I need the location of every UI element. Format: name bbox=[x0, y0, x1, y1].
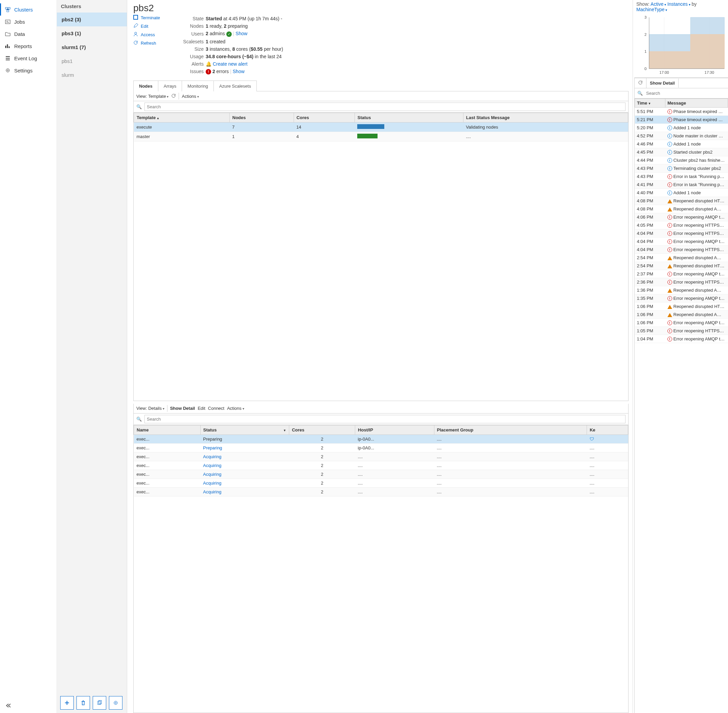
nav-item-clusters[interactable]: Clusters bbox=[0, 3, 57, 16]
templates-col-header[interactable]: Nodes bbox=[229, 113, 294, 122]
show-detail-button[interactable]: Show Detail bbox=[170, 406, 195, 411]
event-row[interactable]: 1:04 PM!Error reopening AMQP tun bbox=[635, 335, 728, 343]
event-row[interactable]: 4:44 PMiCluster pbs2 has finished te bbox=[635, 156, 728, 164]
info-icon: i bbox=[667, 134, 672, 139]
event-row[interactable]: 4:43 PM!Error in task "Running phas bbox=[635, 173, 728, 181]
templates-col-header[interactable]: Last Status Message bbox=[463, 113, 628, 122]
event-row[interactable]: 4:40 PMiAdded 1 node bbox=[635, 189, 728, 197]
users-show-link[interactable]: Show bbox=[235, 31, 247, 36]
show-machinetype-dropdown[interactable]: MachineType bbox=[636, 7, 667, 12]
error-badge-icon: ! bbox=[206, 69, 211, 75]
event-row[interactable]: 5:51 PM!Phase timeout expired whi bbox=[635, 107, 728, 116]
node-row[interactable]: exec...Acquiring2............ bbox=[134, 470, 628, 479]
event-row[interactable]: 4:04 PM!Error reopening HTTPS tun bbox=[635, 230, 728, 237]
node-row[interactable]: exec...Acquiring2............ bbox=[134, 461, 628, 470]
tab-arrays[interactable]: Arrays bbox=[158, 81, 182, 91]
node-row[interactable]: exec...Preparing2ip-0A0.......🛡 bbox=[134, 434, 628, 443]
nav-item-data[interactable]: Data bbox=[0, 28, 57, 40]
event-row[interactable]: 1:06 PMReopened disrupted HTTPS bbox=[635, 303, 728, 311]
refresh-events-button[interactable] bbox=[635, 78, 646, 88]
event-row[interactable]: 4:06 PM!Error reopening AMQP tun bbox=[635, 213, 728, 221]
events-time-header[interactable]: Time bbox=[635, 99, 665, 107]
add-cluster-button[interactable] bbox=[60, 696, 74, 710]
nav-item-settings[interactable]: Settings bbox=[0, 64, 57, 76]
templates-actions-dropdown[interactable]: Actions bbox=[182, 94, 199, 99]
event-row[interactable]: 4:43 PMiTerminating cluster pbs2 bbox=[635, 164, 728, 173]
events-show-detail-button[interactable]: Show Detail bbox=[646, 79, 679, 88]
event-row[interactable]: 4:05 PM!Error reopening HTTPS tun bbox=[635, 221, 728, 230]
event-row[interactable]: 4:46 PMiAdded 1 node bbox=[635, 140, 728, 148]
view-details-dropdown[interactable]: View: Details bbox=[136, 406, 164, 411]
template-row[interactable]: execute714Validating nodes bbox=[134, 122, 628, 132]
template-row[interactable]: master14.... bbox=[134, 132, 628, 142]
event-row[interactable]: 1:35 PM!Error reopening AMQP tun bbox=[635, 294, 728, 303]
event-row[interactable]: 2:54 PMReopened disrupted HTTPS bbox=[635, 262, 728, 270]
event-row[interactable]: 1:05 PM!Error reopening HTTPS tun bbox=[635, 327, 728, 335]
event-row[interactable]: 4:04 PM!Error reopening AMQP tun bbox=[635, 237, 728, 246]
cluster-item[interactable]: slurm bbox=[57, 68, 127, 82]
terminate-action[interactable]: Terminate bbox=[133, 15, 174, 21]
edit-action[interactable]: Edit bbox=[133, 23, 174, 29]
details-col-header[interactable]: Host/IP bbox=[355, 425, 434, 434]
event-row[interactable]: 1:06 PMReopened disrupted AMQF bbox=[635, 311, 728, 319]
details-col-header[interactable]: Placement Group bbox=[434, 425, 587, 434]
refresh-templates-button[interactable] bbox=[171, 93, 176, 99]
details-edit-button[interactable]: Edit bbox=[198, 406, 205, 411]
details-search-input[interactable] bbox=[144, 415, 625, 423]
bell-icon: 🔔 bbox=[206, 61, 211, 67]
event-row[interactable]: 2:36 PM!Error reopening HTTPS tun bbox=[635, 278, 728, 286]
show-active-dropdown[interactable]: Active bbox=[651, 1, 666, 7]
tab-nodes[interactable]: Nodes bbox=[133, 81, 158, 91]
event-row[interactable]: 5:21 PM!Phase timeout expired whi bbox=[635, 116, 728, 124]
cluster-item[interactable]: pbs1 bbox=[57, 54, 127, 68]
nav-item-event-log[interactable]: Event Log bbox=[0, 52, 57, 64]
list-icon bbox=[5, 55, 11, 61]
issues-show-link[interactable]: Show bbox=[233, 69, 244, 74]
pencil-icon bbox=[133, 23, 138, 29]
node-row[interactable]: exec...Acquiring2............ bbox=[134, 487, 628, 496]
details-col-header[interactable]: Status bbox=[200, 425, 289, 434]
show-instances-dropdown[interactable]: Instances bbox=[667, 1, 691, 7]
nav-item-jobs[interactable]: Jobs bbox=[0, 16, 57, 28]
nav-item-reports[interactable]: Reports bbox=[0, 40, 57, 52]
access-action[interactable]: Access bbox=[133, 32, 174, 37]
event-row[interactable]: 2:37 PM!Error reopening AMQP tun bbox=[635, 270, 728, 278]
copy-cluster-button[interactable] bbox=[93, 696, 106, 710]
templates-search-input[interactable] bbox=[144, 103, 625, 111]
events-message-header[interactable]: Message bbox=[665, 99, 728, 107]
event-row[interactable]: 4:41 PM!Error in task "Running phas bbox=[635, 181, 728, 189]
templates-col-header[interactable]: Cores bbox=[294, 113, 354, 122]
details-col-header[interactable]: Name bbox=[134, 425, 201, 434]
cluster-item[interactable]: pbs2 (3) bbox=[57, 12, 127, 26]
refresh-action[interactable]: Refresh bbox=[133, 40, 174, 46]
svg-text:1: 1 bbox=[645, 49, 646, 54]
delete-cluster-button[interactable] bbox=[76, 696, 90, 710]
templates-col-header[interactable]: Template bbox=[134, 113, 230, 122]
cluster-item[interactable]: slurm1 (7) bbox=[57, 40, 127, 54]
event-row[interactable]: 4:04 PM!Error reopening HTTPS tun bbox=[635, 246, 728, 254]
event-row[interactable]: 2:54 PMReopened disrupted AMQF bbox=[635, 254, 728, 262]
templates-col-header[interactable]: Status bbox=[354, 113, 463, 122]
node-row[interactable]: exec...Acquiring2............ bbox=[134, 452, 628, 461]
details-col-header[interactable]: Ke bbox=[587, 425, 628, 434]
collapse-nav-button[interactable] bbox=[0, 699, 57, 713]
details-col-header[interactable]: Cores bbox=[289, 425, 355, 434]
cluster-item[interactable]: pbs3 (1) bbox=[57, 26, 127, 40]
event-row[interactable]: 4:52 PMiNode master in cluster pbs bbox=[635, 132, 728, 140]
cluster-settings-button[interactable] bbox=[109, 696, 122, 710]
node-row[interactable]: exec...Acquiring2............ bbox=[134, 479, 628, 487]
event-row[interactable]: 4:08 PMReopened disrupted AMQF bbox=[635, 205, 728, 213]
create-alert-link[interactable]: Create new alert bbox=[213, 61, 248, 67]
tab-azure-scalesets[interactable]: Azure Scalesets bbox=[213, 81, 257, 91]
events-search-input[interactable] bbox=[645, 89, 725, 97]
event-row[interactable]: 5:20 PMiAdded 1 node bbox=[635, 124, 728, 132]
view-template-dropdown[interactable]: View: Template bbox=[136, 94, 168, 99]
event-row[interactable]: 1:36 PMReopened disrupted AMQF bbox=[635, 286, 728, 294]
node-row[interactable]: exec...Preparing2ip-0A0........... bbox=[134, 443, 628, 452]
event-row[interactable]: 1:06 PM!Error reopening AMQP tun bbox=[635, 319, 728, 327]
event-row[interactable]: 4:45 PMiStarted cluster pbs2 bbox=[635, 148, 728, 156]
details-connect-button[interactable]: Connect bbox=[208, 406, 224, 411]
details-actions-dropdown[interactable]: Actions bbox=[227, 406, 244, 411]
tab-monitoring[interactable]: Monitoring bbox=[182, 81, 214, 91]
event-row[interactable]: 4:08 PMReopened disrupted HTTPS bbox=[635, 197, 728, 205]
